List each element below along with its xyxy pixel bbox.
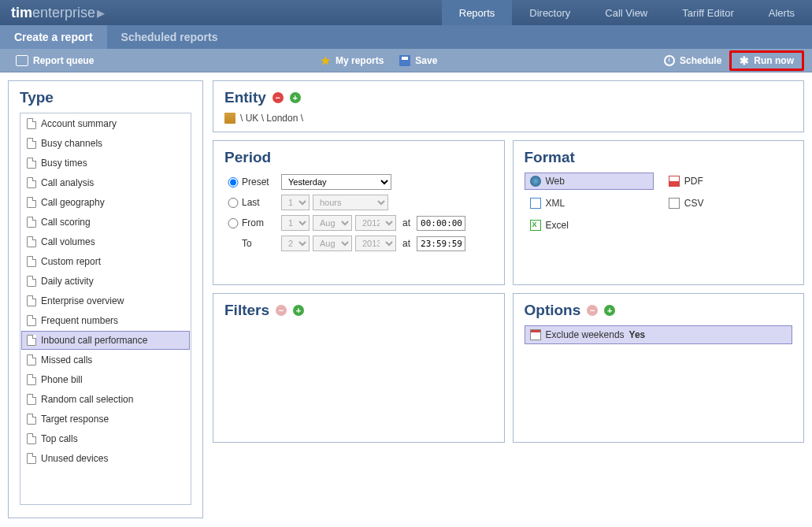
type-item-label: Account summary — [41, 118, 117, 129]
page-icon — [27, 197, 36, 208]
from-day[interactable]: 15 — [281, 215, 310, 231]
top-bar: timenterprise▸ Reports Directory Call Vi… — [0, 0, 812, 25]
type-item[interactable]: Custom report — [21, 252, 190, 271]
tab-scheduled-reports[interactable]: Scheduled reports — [107, 25, 232, 49]
nav-directory[interactable]: Directory — [512, 0, 588, 25]
nav-alerts[interactable]: Alerts — [751, 0, 812, 25]
type-item[interactable]: Account summary — [21, 114, 190, 133]
page-icon — [27, 276, 36, 287]
period-preset-label: Preset — [242, 176, 281, 187]
type-item-label: Random call selection — [41, 394, 133, 405]
period-from-radio[interactable] — [224, 218, 242, 228]
type-item[interactable]: Call geography — [21, 193, 190, 212]
type-item[interactable]: Frequent numbers — [21, 311, 190, 330]
to-time[interactable] — [417, 236, 465, 251]
entity-panel: Entity − + \ UK \ London \ — [213, 80, 804, 132]
type-item[interactable]: Target response — [21, 410, 190, 429]
type-item-label: Call analysis — [41, 177, 94, 188]
format-item-label: Web — [546, 176, 565, 187]
my-reports-button[interactable]: ★ My reports — [313, 49, 391, 72]
type-item[interactable]: Busy times — [21, 154, 190, 173]
nav-tariff-editor[interactable]: Tariff Editor — [665, 0, 751, 25]
type-item[interactable]: Call volumes — [21, 232, 190, 251]
star-icon: ★ — [321, 54, 331, 67]
from-year[interactable]: 2012 — [355, 215, 396, 231]
type-item[interactable]: Call analysis — [21, 173, 190, 192]
from-time[interactable] — [417, 216, 465, 231]
save-button[interactable]: Save — [391, 49, 445, 72]
options-title: Options — [525, 302, 581, 319]
period-panel: Period Preset Yesterday Last 1 hours Fro… — [213, 140, 505, 285]
report-queue-label: Report queue — [33, 55, 94, 66]
options-panel: Options − + Exclude weekends Yes — [513, 293, 805, 443]
type-item-label: Call volumes — [41, 236, 95, 247]
entity-path[interactable]: \ UK \ London \ — [224, 113, 792, 124]
type-item[interactable]: Random call selection — [21, 390, 190, 409]
format-item-pdf[interactable]: PDF — [663, 173, 792, 190]
option-exclude-weekends[interactable]: Exclude weekends Yes — [525, 325, 793, 344]
sub-bar: Create a report Scheduled reports — [0, 25, 812, 49]
to-month[interactable]: Aug — [313, 236, 352, 251]
period-from-label: From — [242, 217, 281, 228]
page-icon — [27, 453, 36, 464]
type-item[interactable]: Phone bill — [21, 370, 190, 389]
add-entity-icon[interactable]: + — [290, 92, 301, 103]
type-item[interactable]: Unused devices — [21, 449, 190, 468]
period-preset-select[interactable]: Yesterday — [281, 174, 391, 190]
from-month[interactable]: Aug — [313, 215, 352, 231]
period-last-count[interactable]: 1 — [281, 195, 310, 210]
type-title: Type — [20, 89, 191, 106]
period-last-unit[interactable]: hours — [313, 195, 388, 210]
run-now-button[interactable]: ✱ Run now — [736, 54, 797, 67]
remove-filter-icon[interactable]: − — [276, 305, 287, 316]
from-at-label: at — [402, 217, 410, 228]
calendar-icon — [530, 329, 541, 340]
add-option-icon[interactable]: + — [604, 305, 615, 316]
report-queue-button[interactable]: Report queue — [8, 49, 102, 72]
period-preset-radio[interactable] — [224, 177, 242, 187]
entity-path-text: \ UK \ London \ — [240, 113, 303, 124]
remove-option-icon[interactable]: − — [587, 305, 598, 316]
to-at-label: at — [402, 238, 410, 249]
format-item-csv[interactable]: CSV — [663, 195, 792, 212]
type-item-label: Call geography — [41, 197, 105, 208]
filters-panel: Filters − + — [213, 293, 505, 443]
type-item[interactable]: Busy channels — [21, 134, 190, 153]
type-item[interactable]: Inbound call performance — [21, 331, 190, 350]
run-icon: ✱ — [740, 54, 749, 67]
format-item-web[interactable]: Web — [525, 173, 654, 190]
type-item[interactable]: Daily activity — [21, 272, 190, 291]
type-item[interactable]: Top calls — [21, 429, 190, 448]
tab-create-report[interactable]: Create a report — [0, 25, 107, 49]
to-day[interactable]: 23 — [281, 236, 310, 251]
period-title: Period — [224, 149, 493, 166]
nav-reports[interactable]: Reports — [442, 0, 513, 25]
save-icon — [399, 55, 410, 66]
format-item-excel[interactable]: Excel — [525, 217, 654, 234]
page-icon — [27, 335, 36, 346]
type-item-label: Enterprise overview — [41, 295, 124, 306]
csv-icon — [669, 198, 680, 209]
type-item-label: Daily activity — [41, 276, 94, 287]
save-label: Save — [415, 55, 437, 66]
page-icon — [27, 394, 36, 405]
excel-icon — [530, 220, 541, 231]
type-item[interactable]: Missed calls — [21, 351, 190, 369]
type-list[interactable]: Account summaryBusy channelsBusy timesCa… — [20, 113, 191, 505]
clock-icon — [664, 55, 675, 66]
period-last-radio[interactable] — [224, 198, 242, 208]
add-filter-icon[interactable]: + — [293, 305, 304, 316]
nav-call-view[interactable]: Call View — [588, 0, 665, 25]
queue-icon — [16, 55, 28, 66]
to-year[interactable]: 2013 — [355, 236, 396, 251]
run-now-label: Run now — [754, 55, 794, 66]
page-icon — [27, 256, 36, 267]
page-icon — [27, 315, 36, 326]
remove-entity-icon[interactable]: − — [273, 92, 284, 103]
schedule-button[interactable]: Schedule — [656, 49, 729, 72]
type-item-label: Busy times — [41, 158, 87, 169]
format-item-xml[interactable]: XML — [525, 195, 654, 212]
type-item[interactable]: Enterprise overview — [21, 291, 190, 310]
type-item-label: Target response — [41, 414, 109, 425]
type-item[interactable]: Call scoring — [21, 213, 190, 232]
